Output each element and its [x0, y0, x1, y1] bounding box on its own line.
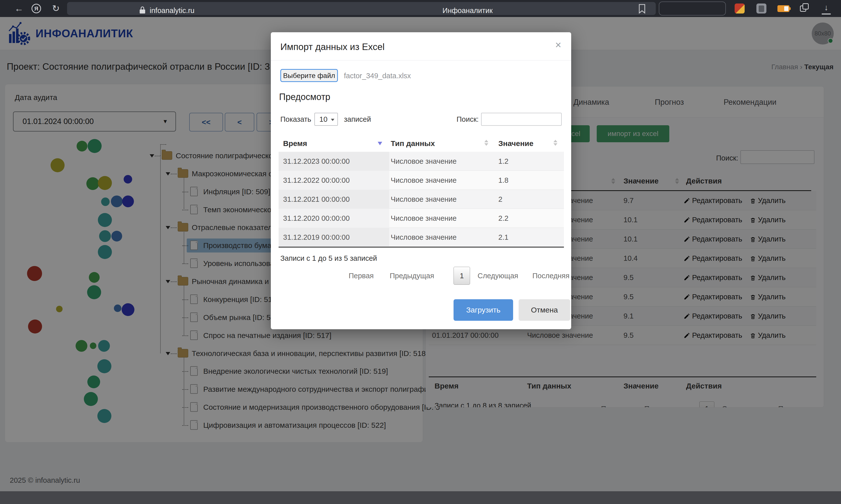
records-label: записей — [344, 113, 371, 126]
modal-search-label: Поиск: — [457, 113, 479, 126]
pagination-next[interactable]: Следующая — [478, 267, 518, 285]
close-icon[interactable]: × — [555, 40, 562, 50]
cell-time: 31.12.2020 00:00:00 — [283, 209, 350, 228]
modal-table-header: Время Тип данных Значение — [279, 135, 564, 152]
bookmark-icon[interactable] — [638, 3, 646, 14]
browser-logo-icon[interactable]: Я — [32, 4, 41, 13]
modal-table-row: 31.12.2023 00:00:00Числовое значение1.2 — [279, 152, 564, 171]
modal-table-row: 31.12.2021 00:00:00Числовое значение2 — [279, 190, 564, 209]
battery-icon[interactable] — [777, 5, 789, 12]
pagination-prev[interactable]: Предыдущая — [390, 267, 434, 285]
cell-time: 31.12.2023 00:00:00 — [283, 152, 350, 171]
back-icon[interactable]: ← — [15, 0, 23, 17]
browser-chrome: ← Я ↻ infoanalytic.ru Инфоаналитик ? Спр… — [0, 0, 841, 17]
tabs-copy-icon-front[interactable] — [803, 3, 809, 10]
address-bar[interactable]: infoanalytic.ru Инфоаналитик — [67, 2, 656, 15]
col-value[interactable]: Значение — [498, 135, 533, 152]
cell-value: 2 — [498, 190, 502, 209]
cell-type: Числовое значение — [391, 152, 457, 171]
pagination-last[interactable]: Последняя — [532, 267, 569, 285]
pagination-page[interactable]: 1 — [453, 267, 470, 285]
chevron-down-icon — [331, 119, 334, 121]
col-time[interactable]: Время — [283, 135, 307, 152]
cell-time: 31.12.2021 00:00:00 — [283, 190, 350, 209]
cancel-button[interactable]: Отмена — [519, 299, 570, 321]
cell-type: Числовое значение — [391, 190, 457, 209]
cell-time: 31.12.2022 00:00:00 — [283, 171, 350, 190]
sort-icon[interactable] — [553, 140, 557, 146]
refresh-icon[interactable]: ↻ — [52, 0, 59, 17]
pagination-first[interactable]: Первая — [349, 267, 374, 285]
cell-type: Числовое значение — [391, 171, 457, 190]
cell-type: Числовое значение — [391, 209, 457, 228]
cell-type: Числовое значение — [391, 228, 457, 247]
preview-heading: Предосмотр — [279, 92, 330, 102]
table-bottom-border — [279, 247, 564, 248]
modal-title: Импорт данных из Excel — [280, 42, 384, 52]
sort-icon[interactable] — [484, 140, 488, 146]
choose-file-button[interactable]: Выберите файл — [280, 69, 338, 82]
page-tab-title: Инфоаналитик — [425, 2, 510, 19]
col-type[interactable]: Тип данных — [391, 135, 435, 152]
cell-value: 2.2 — [498, 209, 508, 228]
downloads-icon[interactable]: ↓ — [822, 1, 831, 15]
screen: ← Я ↻ infoanalytic.ru Инфоаналитик ? Спр… — [0, 0, 841, 504]
url-text[interactable]: infoanalytic.ru — [150, 2, 194, 19]
page-size-select[interactable]: 10 — [314, 113, 338, 126]
ask-button[interactable]: ? Спросить ⋮ — [659, 1, 726, 16]
lock-icon-body — [140, 10, 145, 14]
extension-icon[interactable] — [735, 3, 745, 14]
sort-desc-icon[interactable] — [378, 142, 382, 145]
cell-value: 1.2 — [498, 152, 508, 171]
page-size-value: 10 — [320, 115, 327, 123]
extension-lock-icon[interactable] — [756, 3, 767, 14]
import-excel-modal: Импорт данных из Excel × Выберите файл f… — [271, 32, 571, 329]
cell-time: 31.12.2019 00:00:00 — [283, 228, 350, 247]
upload-button[interactable]: Загрузить — [453, 299, 513, 321]
cell-value: 2.1 — [498, 228, 508, 247]
modal-table-row: 31.12.2019 00:00:00Числовое значение2.1 — [279, 228, 564, 247]
modal-table-row: 31.12.2020 00:00:00Числовое значение2.2 — [279, 209, 564, 228]
cell-value: 1.8 — [498, 171, 508, 190]
divider — [271, 60, 571, 60]
modal-records-info: Записи с 1 до 5 из 5 записей — [280, 254, 377, 263]
show-label: Показать — [280, 113, 311, 126]
modal-table-row: 31.12.2022 00:00:00Числовое значение1.8 — [279, 171, 564, 190]
chosen-file-name: factor_349_data.xlsx — [344, 72, 411, 80]
modal-search-input[interactable] — [481, 113, 562, 126]
